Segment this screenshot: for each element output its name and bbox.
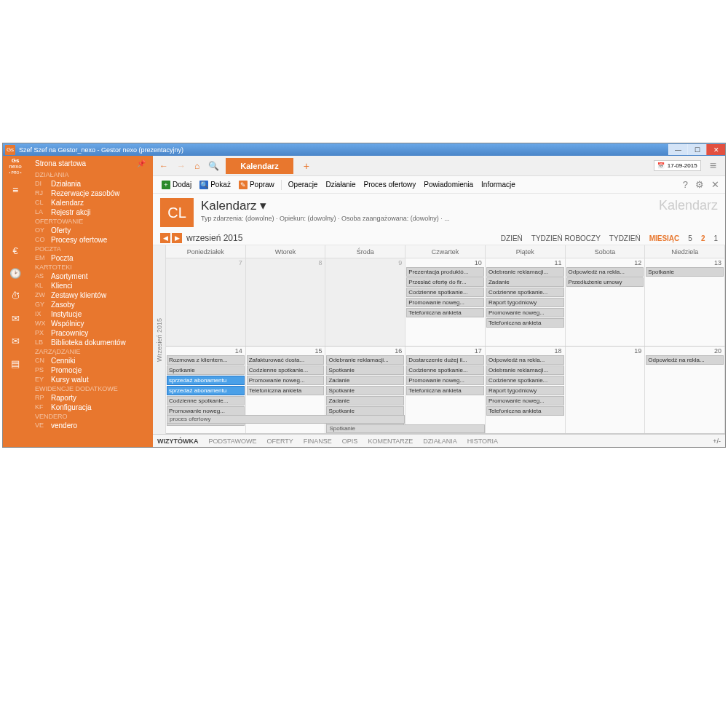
sidebar-item[interactable]: GYZasoby: [28, 300, 153, 309]
new-tab-button[interactable]: +: [298, 160, 315, 172]
calendar-event[interactable]: sprzedaż abonamentu: [167, 376, 245, 385]
sidebar-item[interactable]: OYOferty: [28, 226, 153, 235]
calendar-event[interactable]: Telefoniczna ankieta: [406, 308, 484, 317]
calendar-event[interactable]: Codzienne spotkanie...: [247, 365, 325, 375]
calendar-day[interactable]: 10Prezentacja produktó...Przesłać ofertę…: [405, 258, 486, 346]
view-option[interactable]: DZIEŃ: [501, 234, 523, 242]
view-option[interactable]: MIESIĄC: [649, 234, 680, 242]
cert-icon[interactable]: ▤: [11, 358, 20, 369]
calendar-event[interactable]: Przesłać ofertę do fir...: [406, 277, 484, 287]
help-icon[interactable]: ?: [683, 179, 688, 190]
view-option[interactable]: 2: [701, 234, 705, 242]
calendar-event[interactable]: Spotkanie: [326, 406, 404, 416]
minimize-button[interactable]: —: [668, 144, 687, 155]
show-button[interactable]: 🔍Pokaż: [197, 181, 234, 189]
tab-kalendarz[interactable]: Kalendarz: [226, 158, 293, 174]
sidebar-item[interactable]: LBBiblioteka dokumentów: [28, 338, 153, 347]
calendar-event[interactable]: Dostarczenie dużej il...: [406, 355, 484, 365]
calendar-event[interactable]: Spotkanie: [167, 365, 245, 375]
ops-menu[interactable]: Operacje: [285, 181, 321, 189]
maximize-button[interactable]: ☐: [687, 144, 706, 155]
calendar-event[interactable]: Odpowiedź na rekla...: [486, 355, 564, 365]
sidebar-item[interactable]: VEvendero: [28, 421, 153, 430]
calendar-event[interactable]: Spotkanie: [326, 386, 404, 395]
close-button[interactable]: ✕: [706, 144, 725, 155]
proc-menu[interactable]: Proces ofertowy: [361, 181, 419, 189]
sidebar-item[interactable]: WXWspólnicy: [28, 319, 153, 328]
view-option[interactable]: TYDZIEŃ ROBOCZY: [531, 234, 601, 242]
calendar-day[interactable]: 17Dostarczenie dużej il...Codzienne spot…: [405, 347, 486, 434]
calendar-day[interactable]: 20Odpowiedź na rekla...: [645, 347, 725, 434]
calendar-day[interactable]: 12Odpowiedź na rekla...Przedłużenie umow…: [566, 258, 646, 346]
sidebar-item[interactable]: LARejestr akcji: [28, 207, 153, 217]
calendar-day[interactable]: 11Odebranie reklamacji...ZadanieCodzienn…: [486, 258, 566, 346]
calendar-event[interactable]: Rozmowa z klientem...: [167, 355, 245, 365]
detail-tab[interactable]: HISTORIA: [467, 438, 498, 445]
calendar-event[interactable]: Odpowiedź na rekla...: [566, 267, 644, 277]
calendar-event[interactable]: Spotkanie: [646, 267, 724, 277]
filter-summary[interactable]: Typ zdarzenia: (dowolne) · Opiekun: (dow…: [201, 215, 450, 222]
next-month-button[interactable]: ▶: [172, 233, 182, 243]
calendar-event[interactable]: Codzienne spotkanie...: [406, 365, 484, 375]
more-icon[interactable]: ≡: [705, 159, 721, 173]
calendar-event[interactable]: Przedłużenie umowy: [566, 277, 644, 287]
home-link[interactable]: Strona startowa: [35, 159, 86, 167]
mail-icon[interactable]: ✉: [12, 336, 20, 347]
sidebar-item[interactable]: IXInstytucje: [28, 309, 153, 319]
calendar-event[interactable]: Odebranie reklamacji...: [486, 267, 564, 277]
search-icon[interactable]: 🔍: [206, 161, 221, 171]
calendar-event[interactable]: Promowanie noweg...: [406, 298, 484, 307]
calendar-event[interactable]: Zadanie: [486, 277, 564, 287]
calendar-event[interactable]: Zafakturować dosta...: [247, 355, 325, 365]
detail-tab[interactable]: WIZYTÓWKA: [157, 438, 199, 445]
detail-tab[interactable]: FINANSE: [304, 438, 332, 445]
calendar-event[interactable]: Odpowiedź na rekla...: [646, 355, 724, 365]
page-title[interactable]: Kalendarz ▾: [201, 198, 450, 213]
calendar-event[interactable]: Promowanie noweg...: [406, 376, 484, 385]
notif-menu[interactable]: Powiadomienia: [421, 181, 476, 189]
sidebar-item[interactable]: ASAsortyment: [28, 272, 153, 281]
calendar-event[interactable]: Codzienne spotkanie...: [406, 288, 484, 297]
sidebar-item[interactable]: RJRezerwacje zasobów: [28, 189, 153, 198]
calendar-day[interactable]: 9: [325, 258, 405, 346]
detail-tab[interactable]: OFERTY: [267, 438, 293, 445]
fwd-icon[interactable]: →: [175, 161, 188, 171]
calendar-event[interactable]: Codzienne spotkanie...: [167, 396, 245, 405]
calendar-event[interactable]: Zadanie: [326, 396, 404, 405]
calendar-event[interactable]: sprzedaż abonamentu: [167, 386, 245, 395]
calendar-event[interactable]: Raport tygodniowy: [486, 386, 564, 395]
gear-icon[interactable]: ⚙: [695, 179, 704, 190]
toggle-icon[interactable]: +/-: [713, 438, 721, 445]
span-event[interactable]: Spotkanie: [326, 424, 484, 433]
view-option[interactable]: 5: [688, 234, 692, 242]
info-menu[interactable]: Informacje: [478, 181, 518, 189]
sidebar-item[interactable]: PXPracownicy: [28, 328, 153, 338]
date-picker[interactable]: 📅17-09-2015: [654, 160, 701, 171]
pin-icon[interactable]: 📌: [137, 159, 146, 167]
sidebar-item[interactable]: DIDziałania: [28, 179, 153, 189]
calendar-event[interactable]: Codzienne spotkanie...: [486, 376, 564, 385]
detail-tab[interactable]: KOMENTARZE: [368, 438, 413, 445]
sidebar-item[interactable]: COProcesy ofertowe: [28, 235, 153, 245]
clock-icon[interactable]: 🕑: [9, 268, 21, 279]
calendar-event[interactable]: Odebranie reklamacji...: [326, 355, 404, 365]
view-option[interactable]: TYDZIEŃ: [609, 234, 641, 242]
act-menu[interactable]: Działanie: [323, 181, 358, 189]
edit-button[interactable]: ✎Popraw: [236, 181, 277, 189]
mail-out-icon[interactable]: ✉: [12, 313, 20, 324]
calendar-event[interactable]: Promowanie noweg...: [167, 406, 245, 416]
currency-icon[interactable]: €: [12, 245, 17, 256]
calendar-event[interactable]: Zadanie: [326, 376, 404, 385]
sidebar-item[interactable]: PSPromocje: [28, 365, 153, 375]
calendar-event[interactable]: Promowanie noweg...: [486, 308, 564, 317]
view-option[interactable]: 1: [713, 234, 718, 242]
timer-icon[interactable]: ⏱: [11, 290, 20, 301]
calendar-day[interactable]: 8: [246, 258, 326, 346]
sidebar-item[interactable]: KLKlienci: [28, 281, 153, 290]
calendar-event[interactable]: Prezentacja produktó...: [406, 267, 484, 277]
sidebar-item[interactable]: KFKonfiguracja: [28, 403, 153, 412]
calendar-event[interactable]: Promowanie noweg...: [486, 396, 564, 405]
calendar-event[interactable]: Odebranie reklamacji...: [486, 365, 564, 375]
calendar-event[interactable]: Telefoniczna ankieta: [406, 386, 484, 395]
close-panel-icon[interactable]: ✕: [711, 179, 719, 190]
